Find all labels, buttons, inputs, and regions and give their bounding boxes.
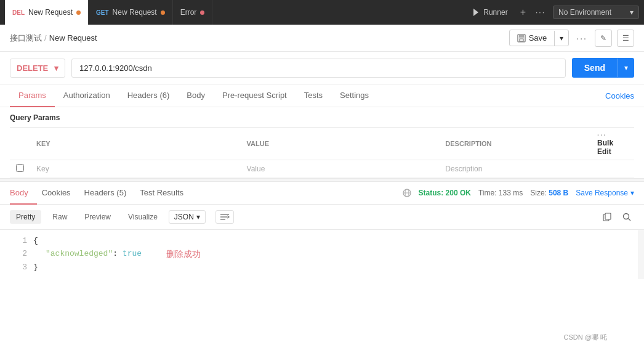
tab-more-button[interactable]: ··· bbox=[533, 6, 548, 19]
save-label: Save bbox=[529, 33, 547, 43]
query-params-section: Query Params KEY VALUE DESCRIPTION ··· B… bbox=[0, 107, 644, 178]
runner-label: Runner bbox=[483, 8, 507, 17]
tab-label-0: New Request bbox=[28, 8, 73, 17]
scrollbar[interactable] bbox=[638, 230, 644, 279]
resp-tab-headers[interactable]: Headers (5) bbox=[84, 182, 135, 205]
method-label: DELETE bbox=[17, 63, 48, 73]
wrap-icon bbox=[220, 213, 230, 221]
tab-error[interactable]: Error bbox=[173, 0, 213, 25]
annotation-text: 删除成功 bbox=[166, 248, 201, 261]
params-table: KEY VALUE DESCRIPTION ··· Bulk Edit Key … bbox=[10, 127, 634, 178]
svg-point-12 bbox=[624, 214, 629, 219]
fmt-tab-raw[interactable]: Raw bbox=[46, 210, 73, 224]
cookies-link[interactable]: Cookies bbox=[605, 85, 634, 107]
environment-label: No Environment bbox=[558, 8, 611, 17]
format-selector[interactable]: JSON ▾ bbox=[169, 210, 206, 224]
send-dropdown-button[interactable]: ▾ bbox=[618, 59, 634, 77]
line-num-1: 1 bbox=[10, 235, 27, 248]
runner-icon bbox=[472, 8, 480, 17]
tab-headers-label: Headers (6) bbox=[127, 91, 170, 100]
response-section: Body Cookies Headers (5) Test Results St… bbox=[0, 182, 644, 279]
tab-authorization[interactable]: Authorization bbox=[55, 84, 119, 107]
save-dropdown-button[interactable]: ▾ bbox=[554, 31, 568, 46]
table-more-button[interactable]: ··· bbox=[597, 131, 606, 139]
th-value: VALUE bbox=[241, 128, 440, 160]
tab-pre-request[interactable]: Pre-request Script bbox=[214, 84, 296, 107]
code-brace-open: { bbox=[33, 235, 38, 248]
save-response-button[interactable]: Save Response ▾ bbox=[576, 189, 634, 197]
save-response-label: Save Response bbox=[576, 189, 628, 197]
resp-tab-body[interactable]: Body bbox=[10, 182, 37, 205]
tab-bar: DEL New Request GET New Request Error Ru… bbox=[0, 0, 644, 25]
tab-params-label: Params bbox=[18, 91, 46, 100]
json-val-true: true bbox=[123, 249, 142, 258]
fmt-icons bbox=[600, 210, 634, 224]
bulk-edit-button[interactable]: Bulk Edit bbox=[597, 139, 613, 156]
tab-body-label: Body bbox=[187, 91, 205, 100]
watermark: CSDN @哪 吒 bbox=[564, 333, 607, 342]
row-actions-cell bbox=[591, 160, 634, 178]
fmt-tab-visualize[interactable]: Visualize bbox=[122, 210, 164, 224]
copy-button[interactable] bbox=[600, 210, 614, 224]
new-tab-button[interactable]: + bbox=[518, 4, 528, 20]
tab-dot-1 bbox=[161, 10, 165, 15]
save-button[interactable]: Save bbox=[510, 30, 555, 46]
url-input[interactable] bbox=[71, 59, 566, 78]
line-num-2: 2 bbox=[10, 248, 27, 261]
tab-del-new-request[interactable]: DEL New Request bbox=[5, 0, 89, 25]
resp-tab-body-label: Body bbox=[10, 188, 28, 197]
row-desc-cell[interactable]: Description bbox=[439, 160, 591, 178]
format-bar: Pretty Raw Preview Visualize JSON ▾ bbox=[0, 205, 644, 230]
toolbar-more-button[interactable]: ··· bbox=[574, 31, 590, 46]
resp-tab-cookies[interactable]: Cookies bbox=[42, 182, 79, 205]
code-indent: "acknowledged": true bbox=[46, 248, 142, 261]
code-line-3: 3 } bbox=[10, 261, 634, 274]
query-params-title: Query Params bbox=[10, 113, 634, 122]
tab-tests[interactable]: Tests bbox=[296, 84, 331, 107]
runner-button[interactable]: Runner bbox=[467, 6, 512, 19]
fmt-tab-preview[interactable]: Preview bbox=[78, 210, 117, 224]
fmt-tab-pretty[interactable]: Pretty bbox=[10, 210, 41, 224]
env-chevron-icon: ▾ bbox=[630, 8, 634, 17]
search-button[interactable] bbox=[619, 210, 634, 224]
tab-body[interactable]: Body bbox=[178, 84, 214, 107]
method-selector[interactable]: DELETE ▾ bbox=[10, 59, 65, 78]
breadcrumb-bar: 接口测试 / New Request Save ▾ ··· ✎ ☰ bbox=[0, 25, 644, 52]
row-value-cell[interactable]: Value bbox=[241, 160, 440, 178]
search-icon bbox=[622, 213, 631, 221]
tab-dot-2 bbox=[200, 10, 204, 15]
response-tabs-bar: Body Cookies Headers (5) Test Results St… bbox=[0, 182, 644, 205]
row-key-cell[interactable]: Key bbox=[30, 160, 241, 178]
format-selector-chevron: ▾ bbox=[196, 213, 200, 221]
environment-selector[interactable]: No Environment ▾ bbox=[553, 6, 639, 19]
save-response-chevron: ▾ bbox=[630, 189, 634, 197]
send-button-group: Send ▾ bbox=[572, 58, 634, 78]
response-size: Size: 508 B bbox=[530, 189, 568, 197]
tab-label-2: Error bbox=[180, 8, 197, 17]
code-brace-close: } bbox=[33, 261, 38, 274]
resp-tab-test-results[interactable]: Test Results bbox=[140, 182, 192, 205]
breadcrumb-separator: / bbox=[44, 33, 47, 43]
globe-icon bbox=[403, 189, 411, 197]
svg-rect-11 bbox=[605, 213, 611, 219]
table-row: Key Value Description bbox=[10, 160, 634, 178]
tab-settings-label: Settings bbox=[340, 91, 369, 100]
svg-line-13 bbox=[629, 219, 631, 221]
tab-settings[interactable]: Settings bbox=[331, 84, 377, 107]
svg-rect-3 bbox=[520, 39, 523, 41]
tab-headers[interactable]: Headers (6) bbox=[119, 84, 179, 107]
tab-bar-actions: Runner + ··· No Environment ▾ bbox=[467, 4, 639, 20]
th-description: DESCRIPTION bbox=[439, 128, 591, 160]
send-button[interactable]: Send bbox=[572, 58, 618, 78]
breadcrumb: 接口测试 / New Request bbox=[10, 33, 97, 44]
tab-params[interactable]: Params bbox=[10, 84, 55, 107]
wrap-button[interactable] bbox=[215, 210, 234, 224]
edit-icon-button[interactable]: ✎ bbox=[595, 30, 612, 47]
format-selector-label: JSON bbox=[174, 213, 194, 221]
breadcrumb-parent[interactable]: 接口测试 bbox=[10, 33, 42, 44]
row-checkbox[interactable] bbox=[16, 164, 24, 172]
tab-get-new-request[interactable]: GET New Request bbox=[89, 0, 173, 25]
method-chevron-icon: ▾ bbox=[54, 63, 58, 73]
breadcrumb-current: New Request bbox=[49, 33, 97, 43]
description-icon-button[interactable]: ☰ bbox=[617, 30, 634, 47]
